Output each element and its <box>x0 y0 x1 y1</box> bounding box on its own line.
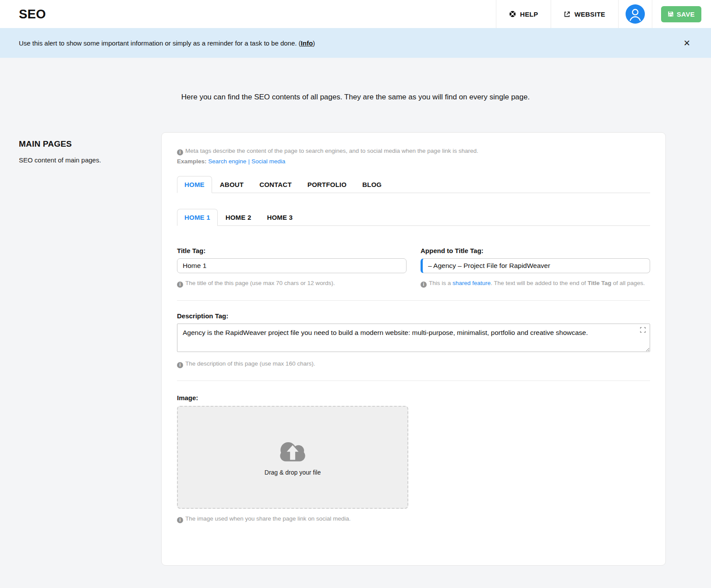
user-avatar[interactable] <box>626 4 645 24</box>
section-subtitle: SEO content of main pages. <box>19 156 161 164</box>
meta-info-line: iMeta tags describe the content of the p… <box>177 147 650 155</box>
section-sidebar: MAIN PAGES SEO content of main pages. <box>19 132 161 566</box>
search-engine-example-link[interactable]: Search engine <box>208 158 246 165</box>
alert-info-link[interactable]: Info <box>301 39 313 47</box>
tab-contact[interactable]: CONTACT <box>251 176 300 193</box>
save-icon <box>668 11 674 17</box>
examples-separator: | <box>248 158 250 165</box>
divider <box>177 300 650 301</box>
examples-label: Examples: <box>177 158 207 165</box>
description-tag-textarea[interactable]: Agency is the RapidWeaver project file y… <box>177 324 650 352</box>
info-icon: i <box>177 149 183 155</box>
image-dropzone[interactable]: Drag & drop your file <box>177 406 408 509</box>
info-icon: i <box>421 282 427 288</box>
description-tag-field: Description Tag: Agency is the RapidWeav… <box>177 312 650 368</box>
fullscreen-expand-icon[interactable] <box>640 327 646 333</box>
description-textarea-wrap: Agency is the RapidWeaver project file y… <box>177 324 650 354</box>
save-button-label: SAVE <box>677 11 695 18</box>
cloud-upload-icon <box>274 438 311 465</box>
page-tabs: HOME ABOUT CONTACT PORTFOLIO BLOG <box>177 176 650 193</box>
main-pages-card: iMeta tags describe the content of the p… <box>161 132 666 566</box>
tab-portfolio[interactable]: PORTFOLIO <box>300 176 354 193</box>
page-title: SEO <box>0 7 46 21</box>
title-tag-field: Title Tag: iThe title of the this page (… <box>177 247 407 288</box>
tab-about[interactable]: ABOUT <box>212 176 251 193</box>
image-label: Image: <box>177 394 650 401</box>
main-content: MAIN PAGES SEO content of main pages. iM… <box>0 132 711 566</box>
alert-text: Use this alert to show some important in… <box>19 39 315 47</box>
image-field: Image: Drag & drop your file <box>177 394 650 523</box>
social-media-example-link[interactable]: Social media <box>251 158 285 165</box>
help-button[interactable]: HELP <box>496 0 551 28</box>
avatar-cell <box>618 0 652 28</box>
home-subtabs: HOME 1 HOME 2 HOME 3 <box>177 209 650 226</box>
info-icon: i <box>177 282 183 288</box>
alert-close-button[interactable]: ✕ <box>682 37 692 49</box>
help-button-label: HELP <box>520 11 538 18</box>
append-title-tag-input[interactable] <box>421 258 650 273</box>
lifebuoy-icon <box>509 11 516 18</box>
title-tag-label: Title Tag: <box>177 247 407 254</box>
app-header: SEO HELP <box>0 0 711 28</box>
close-icon: ✕ <box>683 39 690 48</box>
image-help: iThe image used when you share the page … <box>177 514 650 523</box>
save-cell: SAVE <box>652 0 711 28</box>
save-button[interactable]: SAVE <box>661 6 701 22</box>
user-icon <box>627 6 644 22</box>
info-icon: i <box>177 517 183 523</box>
dropzone-text: Drag & drop your file <box>265 469 321 476</box>
divider <box>177 380 650 381</box>
tab-blog[interactable]: BLOG <box>354 176 389 193</box>
subtab-home-1[interactable]: HOME 1 <box>177 209 218 226</box>
seo-admin-page: SEO HELP <box>0 0 711 588</box>
shared-feature-link[interactable]: shared feature <box>453 280 491 286</box>
append-title-tag-label: Append to Title Tag: <box>421 247 650 254</box>
header-actions: HELP WEBSITE <box>496 0 711 28</box>
append-title-tag-help: iThis is a shared feature. The text will… <box>421 279 650 288</box>
tab-home[interactable]: HOME <box>177 176 212 193</box>
description-tag-help: iThe description of this page (use max 1… <box>177 359 650 368</box>
title-tag-row: Title Tag: iThe title of the this page (… <box>177 247 650 288</box>
title-tag-input[interactable] <box>177 258 407 273</box>
section-title: MAIN PAGES <box>19 139 161 149</box>
append-title-tag-field: Append to Title Tag: iThis is a shared f… <box>421 247 650 288</box>
website-button[interactable]: WEBSITE <box>551 0 618 28</box>
intro-text: Here you can find the SEO contents of al… <box>0 93 711 102</box>
description-tag-label: Description Tag: <box>177 312 650 320</box>
info-alert: Use this alert to show some important in… <box>0 28 711 58</box>
info-icon: i <box>177 362 183 368</box>
subtab-home-2[interactable]: HOME 2 <box>218 209 259 225</box>
subtab-home-3[interactable]: HOME 3 <box>259 209 301 225</box>
examples-line: Examples: Search engine|Social media <box>177 158 650 165</box>
website-button-label: WEBSITE <box>574 11 605 18</box>
title-tag-help: iThe title of the this page (use max 70 … <box>177 279 407 288</box>
external-link-icon <box>564 11 570 18</box>
